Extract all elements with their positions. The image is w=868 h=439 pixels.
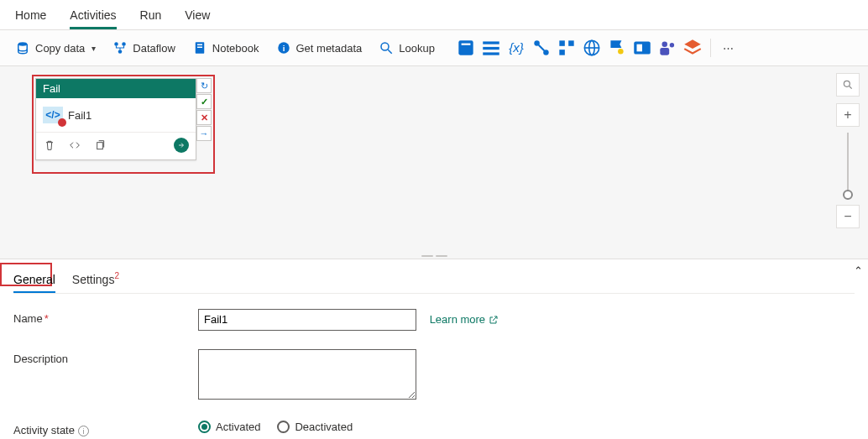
collapse-panel-icon[interactable]: ⌃ xyxy=(849,259,868,282)
clone-icon[interactable] xyxy=(93,138,107,152)
outlook-icon[interactable] xyxy=(631,37,653,59)
zoom-in-button[interactable]: + xyxy=(836,103,860,127)
svg-point-32 xyxy=(844,81,850,86)
top-tab-activities[interactable]: Activities xyxy=(70,5,116,29)
lookup-button[interactable]: Lookup xyxy=(372,37,442,59)
svg-line-10 xyxy=(389,50,393,54)
globe-icon[interactable] xyxy=(581,37,603,59)
activity-port-panel: ↻ ✓ ✕ → xyxy=(196,78,212,142)
top-tab-view[interactable]: View xyxy=(185,5,210,29)
svg-line-33 xyxy=(850,86,852,89)
radio-deactivated-label: Deactivated xyxy=(295,421,353,433)
svg-rect-19 xyxy=(559,40,565,46)
toolbar-divider xyxy=(710,39,711,57)
svg-rect-12 xyxy=(462,44,471,45)
zoom-out-button[interactable]: − xyxy=(836,205,860,228)
notebook-label: Notebook xyxy=(212,42,259,55)
settings-tab-label: Settings xyxy=(72,273,115,286)
code-icon[interactable] xyxy=(68,138,81,152)
zoom-slider[interactable] xyxy=(847,133,849,200)
svg-point-28 xyxy=(661,41,667,47)
flag-icon[interactable] xyxy=(606,37,628,59)
radio-deactivated-icon xyxy=(277,421,290,433)
notebook-icon xyxy=(192,40,207,55)
radio-activated-icon xyxy=(198,421,211,433)
run-activity-icon[interactable] xyxy=(174,138,189,153)
get-metadata-label: Get metadata xyxy=(296,42,363,55)
notebook-button[interactable]: Notebook xyxy=(186,37,266,59)
svg-point-2 xyxy=(123,42,127,46)
description-label: Description xyxy=(13,349,198,365)
detail-tab-general[interactable]: General xyxy=(13,268,55,293)
svg-rect-27 xyxy=(636,44,642,52)
activity-card[interactable]: Fail </> Fail1 xyxy=(35,78,196,160)
svg-text:i: i xyxy=(282,44,285,53)
svg-rect-14 xyxy=(483,47,499,50)
dataflow-icon xyxy=(112,40,128,55)
name-label: Name* xyxy=(13,309,198,325)
zoom-thumb[interactable] xyxy=(843,190,853,200)
canvas-search-icon[interactable] xyxy=(836,73,860,97)
activity-name-label: Fail1 xyxy=(68,109,92,122)
list-icon[interactable] xyxy=(480,37,502,59)
radio-deactivated[interactable]: Deactivated xyxy=(277,421,353,433)
svg-rect-11 xyxy=(458,40,473,55)
activity-state-label: Activity statei xyxy=(13,421,198,437)
svg-text:{x}: {x} xyxy=(509,40,524,55)
port-loop-icon[interactable]: ↻ xyxy=(196,78,212,93)
radio-activated[interactable]: Activated xyxy=(198,421,260,433)
port-fail-icon[interactable]: ✕ xyxy=(196,110,212,125)
settings-badge: 2 xyxy=(114,271,119,280)
detail-tab-settings[interactable]: Settings2 xyxy=(72,266,119,293)
canvas-zoom-control: + − xyxy=(836,73,860,229)
svg-rect-15 xyxy=(483,52,499,55)
chevron-down-icon: ▾ xyxy=(92,44,96,53)
activity-detail-panel: General Settings2 ⌃ Name* Learn more Des… xyxy=(0,259,868,439)
search-icon xyxy=(379,40,394,55)
layers-icon[interactable] xyxy=(682,37,703,59)
svg-rect-20 xyxy=(568,40,574,46)
svg-point-0 xyxy=(18,42,28,46)
info-icon: i xyxy=(276,40,291,55)
teams-icon[interactable] xyxy=(656,37,678,59)
svg-rect-6 xyxy=(197,47,202,49)
svg-point-25 xyxy=(618,49,624,55)
top-tab-home[interactable]: Home xyxy=(15,5,46,29)
svg-point-1 xyxy=(115,42,119,46)
copy-data-label: Copy data xyxy=(35,42,85,55)
svg-rect-31 xyxy=(97,143,103,149)
learn-more-link[interactable]: Learn more xyxy=(430,313,499,326)
svg-rect-30 xyxy=(660,48,669,55)
svg-point-3 xyxy=(118,50,123,54)
description-input[interactable] xyxy=(198,349,416,400)
svg-point-29 xyxy=(670,43,674,47)
activities-toolbar: Copy data ▾ Dataflow Notebook i Get meta… xyxy=(0,30,868,66)
svg-rect-13 xyxy=(483,41,499,44)
top-tab-run[interactable]: Run xyxy=(140,5,162,29)
port-success-icon[interactable]: ✓ xyxy=(196,94,212,109)
more-icon[interactable]: ⋯ xyxy=(718,37,740,59)
copy-data-button[interactable]: Copy data ▾ xyxy=(8,37,102,59)
dataflow-button[interactable]: Dataflow xyxy=(106,37,182,59)
pipeline-icon[interactable] xyxy=(531,37,552,59)
variable-icon[interactable]: {x} xyxy=(505,37,527,59)
script-icon[interactable] xyxy=(455,37,477,59)
get-metadata-button[interactable]: i Get metadata xyxy=(269,37,369,59)
external-link-icon xyxy=(489,315,499,325)
pipeline-canvas[interactable]: Fail </> Fail1 ↻ ✓ ✕ → + − xyxy=(0,66,868,259)
info-icon[interactable]: i xyxy=(78,426,89,436)
port-skip-icon[interactable]: → xyxy=(196,126,212,141)
panel-resize-grabber[interactable] xyxy=(420,253,448,259)
svg-rect-5 xyxy=(197,44,202,46)
dataflow-label: Dataflow xyxy=(133,42,175,55)
activity-type-label: Fail xyxy=(36,79,196,98)
radio-activated-label: Activated xyxy=(216,421,260,433)
database-icon xyxy=(15,40,30,55)
name-input[interactable] xyxy=(198,309,416,331)
svg-rect-21 xyxy=(559,50,565,55)
delete-icon[interactable] xyxy=(43,138,56,152)
fail-activity-icon: </> xyxy=(43,107,63,123)
lookup-label: Lookup xyxy=(399,42,435,55)
form-icon[interactable] xyxy=(556,37,578,59)
svg-point-9 xyxy=(381,43,389,50)
